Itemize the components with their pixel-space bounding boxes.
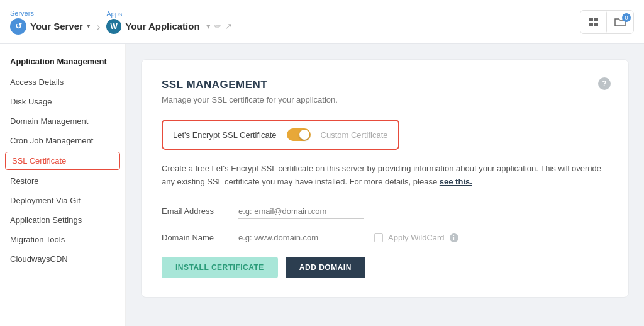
sidebar-item-application-settings[interactable]: Application Settings xyxy=(0,210,125,230)
ssl-toggle-row: Let's Encrypt SSL Certificate Custom Cer… xyxy=(162,120,399,150)
sidebar-item-cloudwayscdn[interactable]: CloudwaysCDN xyxy=(0,249,125,269)
sidebar-item-disk-usage[interactable]: Disk Usage xyxy=(0,92,125,111)
servers-label: Servers xyxy=(10,9,34,17)
section-title: SSL MANAGEMENT xyxy=(162,79,608,91)
nav-servers: Servers ↺ Your Server ▾ xyxy=(10,9,91,35)
email-input[interactable] xyxy=(238,204,364,219)
install-certificate-button[interactable]: INSTALL CERTIFICATE xyxy=(162,257,278,278)
app-name: Your Application xyxy=(125,21,199,31)
help-icon[interactable]: ? xyxy=(598,77,611,90)
content-area: ? SSL MANAGEMENT Manage your SSL certifi… xyxy=(126,44,644,326)
chevron-down-icon: ▾ xyxy=(87,22,91,30)
nav-btn-group: 0 xyxy=(580,10,634,34)
sidebar-item-migration-tools[interactable]: Migration Tools xyxy=(0,230,125,249)
app-selector: W Your Application ▾ ✏ ↗ xyxy=(106,19,231,34)
server-name: Your Server xyxy=(30,21,83,31)
svg-rect-0 xyxy=(589,18,593,21)
wildcard-row: Apply WildCard i xyxy=(374,233,458,242)
toggle-track[interactable] xyxy=(287,128,311,141)
folder-badge: 0 xyxy=(622,13,631,22)
toggle-right-label: Custom Certificate xyxy=(321,130,388,140)
chevron-down-icon[interactable]: ▾ xyxy=(206,21,211,31)
ssl-toggle-switch[interactable] xyxy=(287,128,311,141)
table-view-button[interactable] xyxy=(580,11,607,33)
app-actions: ▾ ✏ ↗ xyxy=(206,21,232,31)
nav-right: 0 xyxy=(580,10,634,34)
sidebar-item-ssl-certificate[interactable]: SSL Certificate xyxy=(5,152,120,170)
sidebar-item-domain-management[interactable]: Domain Management xyxy=(0,111,125,131)
wildcard-info-icon[interactable]: i xyxy=(450,233,458,242)
wildcard-checkbox[interactable] xyxy=(374,233,383,242)
toggle-thumb xyxy=(299,130,309,140)
add-domain-button[interactable]: ADD DOMAIN xyxy=(286,257,365,278)
cert-desc-link[interactable]: see this. xyxy=(440,177,472,186)
svg-rect-1 xyxy=(594,18,598,21)
domain-label: Domain Name xyxy=(162,233,231,242)
sidebar-item-restore[interactable]: Restore xyxy=(0,171,125,191)
svg-rect-2 xyxy=(589,23,593,26)
nav-apps: Apps W Your Application ▾ ✏ ↗ xyxy=(106,10,231,34)
toggle-left-label: Let's Encrypt SSL Certificate xyxy=(173,130,277,140)
sidebar: Application Management Access Details Di… xyxy=(0,44,126,326)
sidebar-item-deployment-via-git[interactable]: Deployment Via Git xyxy=(0,191,125,210)
edit-icon[interactable]: ✏ xyxy=(214,21,221,31)
sidebar-item-cron-job-management[interactable]: Cron Job Management xyxy=(0,131,125,150)
cert-desc-text: Create a free Let's Encrypt SSL certific… xyxy=(162,164,601,186)
top-nav: Servers ↺ Your Server ▾ › Apps W Your Ap… xyxy=(0,0,644,44)
main-layout: Application Management Access Details Di… xyxy=(0,44,644,326)
external-link-icon[interactable]: ↗ xyxy=(225,21,232,31)
folder-button[interactable]: 0 xyxy=(607,11,633,33)
email-label: Email Address xyxy=(162,206,231,216)
btn-row: INSTALL CERTIFICATE ADD DOMAIN xyxy=(162,257,608,278)
section-desc: Manage your SSL certificate for your app… xyxy=(162,95,608,104)
domain-form-row: Domain Name Apply WildCard i xyxy=(162,230,608,245)
wildcard-label: Apply WildCard xyxy=(388,233,445,242)
domain-input[interactable] xyxy=(238,230,364,245)
server-selector[interactable]: ↺ Your Server ▾ xyxy=(10,18,91,35)
ssl-management-card: ? SSL MANAGEMENT Manage your SSL certifi… xyxy=(141,59,629,298)
cert-description: Create a free Let's Encrypt SSL certific… xyxy=(162,162,602,189)
sidebar-item-access-details[interactable]: Access Details xyxy=(0,72,125,92)
breadcrumb-arrow: › xyxy=(97,21,100,33)
apps-label: Apps xyxy=(106,10,231,18)
wordpress-icon: W xyxy=(106,19,121,34)
sidebar-section-title: Application Management xyxy=(0,57,125,72)
svg-rect-3 xyxy=(594,23,598,26)
server-icon: ↺ xyxy=(10,18,26,35)
email-form-row: Email Address xyxy=(162,204,608,219)
